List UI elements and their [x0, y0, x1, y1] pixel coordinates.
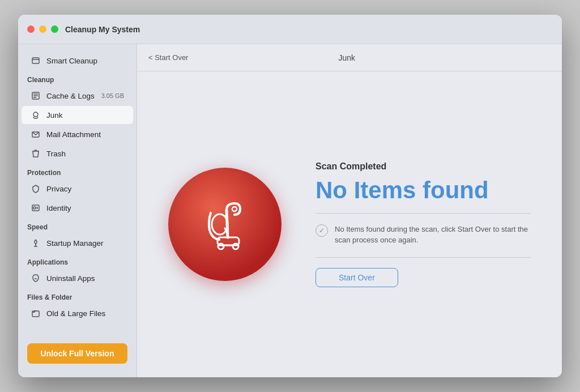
result-area: Scan Completed No Items found ✓ No Items… — [315, 161, 531, 287]
svg-rect-0 — [32, 58, 39, 63]
svg-point-24 — [212, 214, 228, 235]
section-label-protection: Protection — [18, 163, 137, 179]
maximize-button[interactable] — [51, 25, 58, 33]
privacy-icon — [31, 184, 41, 194]
back-button[interactable]: < Start Over — [148, 53, 188, 62]
sidebar-item-startup-manager[interactable]: Startup Manager — [22, 234, 133, 252]
sidebar-item-uninstall-apps[interactable]: Uninstall Apps — [22, 269, 133, 287]
sidebar-item-junk[interactable]: Junk — [22, 106, 133, 124]
sidebar-item-old-large-files[interactable]: Old & Large Files — [22, 304, 133, 322]
trash-label: Trash — [46, 150, 124, 158]
old-large-files-label: Old & Large Files — [46, 309, 124, 318]
svg-point-21 — [218, 244, 224, 249]
scan-description: ✓ No Items found during the scan, click … — [315, 224, 531, 246]
minimize-button[interactable] — [39, 25, 46, 33]
svg-point-26 — [232, 207, 237, 211]
app-title: Cleanup My System — [65, 25, 140, 34]
startup-manager-icon — [31, 238, 41, 248]
panel-title: Junk — [199, 53, 494, 62]
close-button[interactable] — [27, 25, 35, 33]
sidebar-item-mail-attachment[interactable]: Mail Attachment — [22, 125, 133, 143]
junk-label: Junk — [46, 111, 124, 120]
sidebar-item-identity[interactable]: Identity — [22, 199, 133, 217]
section-label-files-folder: Files & Folder — [18, 288, 137, 304]
uninstall-apps-icon — [31, 273, 41, 283]
scan-completed-label: Scan Completed — [315, 161, 531, 172]
section-label-cleanup: Cleanup — [18, 70, 137, 86]
section-label-speed: Speed — [18, 218, 137, 233]
panel-body: Scan Completed No Items found ✓ No Items… — [137, 71, 562, 377]
sidebar-item-cache-logs[interactable]: Cache & Logs 3.05 GB — [22, 87, 133, 105]
vacuum-illustration — [168, 168, 282, 281]
vacuum-svg — [194, 193, 256, 255]
sidebar-item-privacy[interactable]: Privacy — [22, 180, 133, 198]
sidebar-item-smart-cleanup[interactable]: Smart Cleanup — [22, 52, 133, 70]
mail-attachment-icon — [31, 129, 41, 139]
start-over-button[interactable]: Start Over — [315, 268, 398, 287]
titlebar: Cleanup My System — [18, 15, 562, 44]
identity-label: Identity — [46, 204, 124, 212]
junk-icon — [31, 110, 41, 120]
privacy-label: Privacy — [46, 185, 124, 193]
startup-manager-label: Startup Manager — [46, 239, 124, 248]
svg-point-13 — [33, 207, 36, 209]
cache-logs-badge: 3.05 GB — [101, 92, 124, 99]
cache-logs-icon — [31, 91, 41, 101]
smart-cleanup-icon — [31, 56, 41, 66]
mail-attachment-label: Mail Attachment — [46, 130, 124, 139]
panel-header: < Start Over Junk — [137, 44, 562, 71]
sidebar-item-trash[interactable]: Trash — [22, 144, 133, 163]
identity-icon — [31, 203, 41, 213]
unlock-full-version-button[interactable]: Unlock Full Version — [27, 343, 127, 364]
traffic-lights — [27, 25, 58, 33]
uninstall-apps-label: Uninstall Apps — [46, 274, 124, 283]
main-content: Smart Cleanup Cleanup Cache & Logs 3.05 … — [18, 44, 562, 377]
no-items-label: No Items found — [315, 177, 531, 203]
app-window: Cleanup My System Smart Cleanup Cleanup — [18, 15, 562, 377]
section-label-applications: Applications — [18, 253, 137, 269]
divider-2 — [315, 257, 531, 258]
sidebar-bottom: Unlock Full Version — [18, 336, 137, 370]
svg-point-6 — [33, 112, 38, 117]
cache-logs-label: Cache & Logs — [46, 92, 96, 100]
check-icon: ✓ — [315, 224, 328, 237]
divider-1 — [315, 213, 531, 214]
trash-icon — [31, 148, 41, 159]
old-large-files-icon — [31, 308, 41, 318]
svg-point-22 — [233, 244, 238, 249]
right-panel: < Start Over Junk — [137, 44, 562, 377]
sidebar: Smart Cleanup Cleanup Cache & Logs 3.05 … — [18, 44, 137, 377]
scan-desc-text: No Items found during the scan, click St… — [335, 224, 531, 246]
smart-cleanup-label: Smart Cleanup — [46, 57, 124, 65]
